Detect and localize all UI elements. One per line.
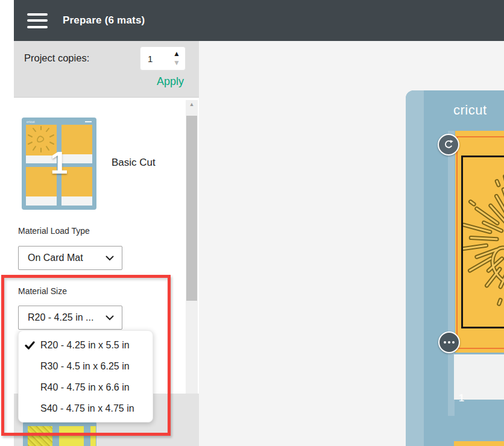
mat-number-badge: 1	[22, 144, 96, 180]
copies-input[interactable]	[140, 54, 161, 64]
size-option-label: R20 - 4.25 in x 5.5 in	[40, 340, 130, 351]
page-title: Prepare (6 mats)	[63, 14, 145, 27]
design-cut-frame	[461, 155, 504, 328]
rotate-icon	[443, 139, 455, 151]
prepare-screen: Prepare (6 mats) Project copies: ▲ ▼ App…	[0, 0, 504, 446]
thumbnail-brand-label: cricut	[27, 120, 35, 124]
header-bar: Prepare (6 mats)	[14, 0, 504, 41]
check-icon	[25, 341, 35, 350]
copies-stepper: ▲ ▼	[140, 46, 186, 71]
project-copies-label: Project copies:	[24, 52, 89, 64]
ellipsis-icon	[444, 341, 455, 344]
mat-canvas: cricut	[199, 41, 504, 446]
material-load-type-value: On Card Mat	[28, 253, 83, 263]
size-option-r20[interactable]: R20 - 4.25 in x 5.5 in	[19, 334, 153, 356]
cut-type-label: Basic Cut	[112, 157, 156, 169]
stepper-down-icon[interactable]: ▼	[173, 58, 180, 68]
rotate-handle[interactable]	[438, 134, 459, 155]
chevron-down-icon	[106, 256, 114, 261]
scrollbar-thumb[interactable]	[186, 116, 197, 301]
size-option-check-0	[25, 341, 40, 350]
mat-list-panel: ▲ cricut	[14, 98, 199, 446]
mat-2-thumbnail[interactable]	[23, 422, 96, 446]
scrollbar-track[interactable]: ▲	[186, 100, 198, 395]
card-slot-1[interactable]	[455, 131, 504, 353]
mat-brand-logo: cricut	[453, 102, 487, 118]
thumbnail-corner-mark	[85, 121, 92, 122]
material-size-select[interactable]: R20 - 4.25 in ...	[18, 306, 122, 330]
material-load-type-select[interactable]: On Card Mat	[18, 246, 122, 270]
stepper-up-icon[interactable]: ▲	[173, 49, 180, 58]
apply-button[interactable]: Apply	[157, 75, 184, 88]
material-size-label: Material Size	[18, 286, 67, 296]
size-option-r30[interactable]: R30 - 4.5 in x 6.25 in	[19, 356, 153, 377]
material-size-value: R20 - 4.25 in ...	[28, 312, 93, 323]
menu-hamburger-icon[interactable]	[27, 13, 48, 28]
size-option-label: R30 - 4.5 in x 6.25 in	[40, 361, 130, 372]
size-option-label: S40 - 4.75 in x 4.75 in	[40, 403, 134, 414]
card-mat[interactable]: cricut	[406, 90, 504, 446]
chevron-down-icon	[106, 315, 114, 321]
material-size-dropdown-menu: R20 - 4.25 in x 5.5 in R30 - 4.5 in x 6.…	[18, 330, 153, 422]
mat-1-thumbnail[interactable]: cricut 1	[22, 118, 96, 210]
material-load-type-label: Material Load Type	[18, 226, 90, 236]
size-option-r40[interactable]: R40 - 4.75 in x 6.6 in	[19, 377, 153, 398]
sun-design-doodle	[463, 157, 504, 327]
project-copies-panel: Project copies: ▲ ▼ Apply	[14, 41, 199, 98]
mat-slot-number: 1	[459, 393, 464, 404]
mat-edge-strip	[406, 90, 424, 446]
size-option-s40[interactable]: S40 - 4.75 in x 4.75 in	[19, 398, 153, 419]
more-options-handle[interactable]	[438, 331, 460, 353]
size-option-label: R40 - 4.75 in x 6.6 in	[40, 382, 130, 393]
scrollbar-up-icon[interactable]: ▲	[186, 101, 198, 107]
card-slot-2-edge	[454, 441, 504, 446]
